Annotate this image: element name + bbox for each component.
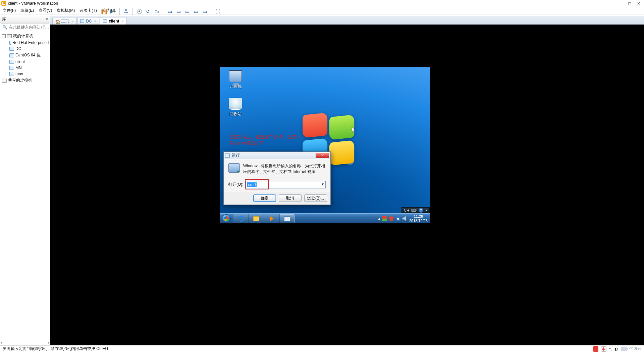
show-hidden-icons[interactable]: ▴ [378, 216, 380, 221]
sidebar-search[interactable]: 🔍 [1, 23, 49, 31]
action-center-icon[interactable] [382, 216, 387, 221]
volume-icon[interactable] [402, 216, 407, 221]
start-button[interactable] [220, 214, 233, 224]
cloud-icon [621, 347, 628, 351]
snapshot-revert-button[interactable]: ↺ [144, 8, 152, 15]
tree-root-my-computer[interactable]: − 我的计算机 [1, 33, 50, 40]
ime-width-icon[interactable]: ◐ [614, 347, 618, 351]
tray-clock[interactable]: 11:26 2018/12/26 [409, 214, 428, 223]
library-sidebar: 库 × 🔍 − 我的计算机 Red Hat Enterprise L DC Ce… [0, 16, 50, 345]
open-label: 打开(O): [228, 182, 244, 187]
view-console-button[interactable]: ▭ [175, 8, 182, 15]
sidebar-hscroll[interactable]: ‹› [0, 340, 50, 345]
tab-client[interactable]: client × [100, 17, 127, 25]
langbar-options-icon[interactable]: ▾ [425, 208, 427, 213]
computer-icon [7, 34, 12, 38]
run-app-icon [228, 163, 240, 173]
network-icon[interactable] [396, 216, 400, 221]
view-unity-button[interactable]: ▭ [201, 8, 208, 15]
tree-shared-label: 共享的虚拟机 [8, 78, 32, 83]
security-icon[interactable] [389, 216, 394, 221]
close-button[interactable]: ✕ [637, 1, 641, 6]
tree-item-label: Red Hat Enterprise L [12, 40, 50, 45]
tree-item-dc[interactable]: DC [9, 46, 50, 52]
snapshot-take-button[interactable]: 🕘 [136, 8, 143, 15]
window-title: client - VMware Workstation [8, 1, 618, 6]
clock-time: 11:26 [409, 214, 428, 219]
folder-icon [253, 216, 259, 221]
vm-icon [9, 47, 14, 51]
tab-close-icon[interactable]: × [122, 19, 124, 23]
vm-pane: 🏠 主页 × DC × client × [50, 16, 644, 345]
run-close-button[interactable]: ✕ [316, 153, 329, 158]
send-cad-button[interactable]: 🖧 [122, 8, 130, 15]
play-icon [270, 216, 274, 221]
vm-icon [9, 53, 14, 57]
snapshot-manager-button[interactable]: 🗂 [153, 8, 160, 15]
host-titlebar: client - VMware Workstation — □ ✕ [0, 0, 644, 7]
suspend-button[interactable]: ❚❚ [101, 8, 108, 15]
tree-item-centos[interactable]: CentOS 64 位 [9, 52, 50, 59]
window-icon [284, 216, 290, 221]
vm-icon [80, 19, 84, 23]
tree-item-mn[interactable]: MN [9, 65, 50, 71]
tree-root-label: 我的计算机 [13, 33, 33, 39]
taskbar-mediaplayer[interactable] [264, 214, 279, 223]
taskbar-ie[interactable] [233, 214, 248, 223]
vm-icon [103, 19, 107, 23]
collapse-icon[interactable]: − [2, 34, 6, 38]
tree-item-client[interactable]: client [9, 59, 50, 65]
shared-icon [2, 79, 7, 83]
ime-punct-icon[interactable]: •, [609, 347, 612, 351]
tab-label: 主页 [61, 18, 69, 24]
maximize-button[interactable]: □ [628, 1, 631, 6]
tree-item-mnv[interactable]: mnv [9, 71, 50, 77]
vmware-logo-icon [1, 1, 6, 6]
help-icon[interactable]: ? [419, 208, 423, 213]
tab-close-icon[interactable]: × [71, 19, 73, 23]
clock-date: 2018/12/26 [409, 219, 428, 223]
run-titlebar[interactable]: 运行 ✕ [224, 152, 330, 159]
watermark: 亿速云 [621, 346, 641, 352]
dropdown-icon[interactable]: ▼ [321, 182, 324, 186]
view-fit-button[interactable]: ▭ [166, 8, 173, 15]
open-combobox[interactable]: cmd ▼ [246, 181, 326, 188]
ime-indicator-icon[interactable] [593, 346, 598, 352]
desktop-icon-recycle[interactable]: 回收站 [225, 98, 246, 117]
fullscreen-button[interactable]: ⛶ [214, 8, 221, 15]
desktop-icon-computer[interactable]: 计算机 [225, 70, 246, 89]
run-icon [225, 153, 230, 158]
vm-icon [9, 60, 14, 64]
guest-screen[interactable]: 计算机 回收站 设置完成后，点击窗口键+R，在其中输入cmd点击回车 运行 ✕ [220, 67, 430, 223]
tree-item-label: mnv [15, 72, 23, 76]
view-multimon-button[interactable]: ▭ [192, 8, 200, 15]
ie-icon [237, 214, 245, 223]
tree-item-label: CentOS 64 位 [15, 52, 41, 58]
taskbar-run-window[interactable] [280, 214, 294, 223]
open-value: cmd [247, 182, 257, 187]
search-icon: 🔍 [2, 25, 7, 30]
view-thumbnail-button[interactable]: ▭ [183, 8, 191, 15]
vm-viewport[interactable]: 计算机 回收站 设置完成后，点击窗口键+R，在其中输入cmd点击回车 运行 ✕ [50, 25, 644, 345]
power-dropdown[interactable]: ▶ [109, 8, 117, 15]
tree-item-redhat[interactable]: Red Hat Enterprise L [9, 40, 50, 46]
ok-button[interactable]: 确定 [253, 194, 276, 202]
status-text: 要将输入定向到该虚拟机，请在虚拟机内部单击或按 Ctrl+G。 [3, 346, 112, 352]
vm-icon [9, 66, 14, 70]
tab-home[interactable]: 🏠 主页 × [52, 17, 76, 25]
sidebar-close-button[interactable]: × [46, 17, 48, 21]
tab-close-icon[interactable]: × [94, 19, 96, 23]
ime-icon: ⌨ [411, 208, 417, 213]
language-bar[interactable]: CH ⌨ ? ▾ [401, 207, 430, 213]
browse-button[interactable]: 浏览(B)... [304, 194, 327, 202]
minimize-button[interactable]: — [618, 1, 622, 6]
host-statusbar: 要将输入定向到该虚拟机，请在虚拟机内部单击或按 Ctrl+G。 中 •, ◐ 亿… [0, 345, 644, 352]
tab-dc[interactable]: DC × [77, 17, 99, 25]
sidebar-title: 库 [2, 16, 6, 22]
langbar-label: CH [404, 208, 409, 212]
taskbar-explorer[interactable] [249, 214, 264, 223]
tree-shared-vms[interactable]: 共享的虚拟机 [1, 77, 50, 84]
cancel-button[interactable]: 取消 [279, 194, 302, 202]
ime-lang-button[interactable]: 中 [601, 346, 606, 352]
vm-icon [9, 72, 14, 76]
